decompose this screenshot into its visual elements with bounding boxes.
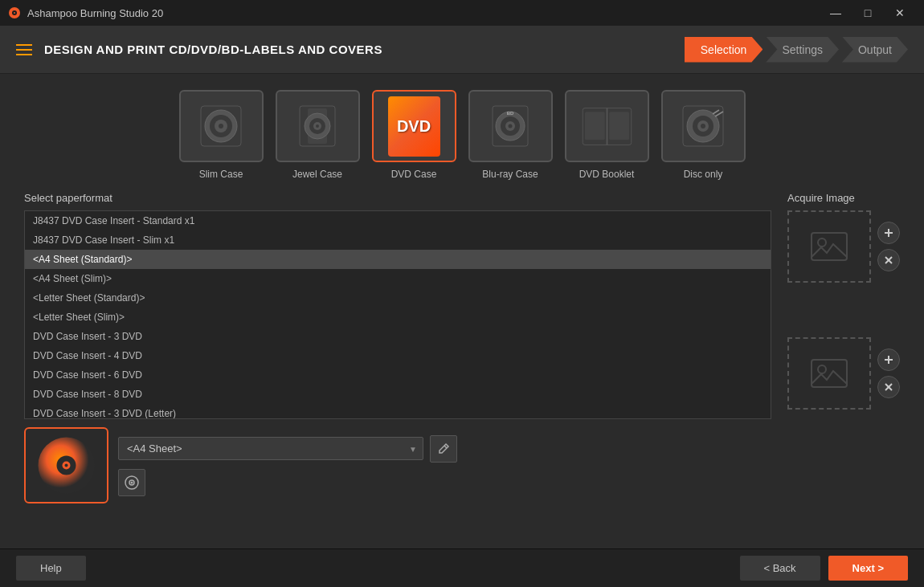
svg-point-45 bbox=[818, 365, 826, 373]
case-booklet[interactable]: DVD Booklet bbox=[565, 90, 649, 180]
slim-case-label: Slim Case bbox=[199, 169, 243, 180]
case-dvd[interactable]: DVD DVD Case bbox=[372, 90, 456, 180]
svg-rect-44 bbox=[812, 360, 847, 387]
dropdown-wrapper: <A4 Sheet><A4 Sheet (Slim)><Letter Sheet… bbox=[118, 437, 423, 460]
list-item[interactable]: DVD Case Insert - 4 DVD bbox=[25, 346, 771, 365]
app-title: Ashampoo Burning Studio 20 bbox=[27, 7, 163, 19]
disc-only-label: Disc only bbox=[684, 169, 723, 180]
dropdown-row: <A4 Sheet><A4 Sheet (Slim)><Letter Sheet… bbox=[118, 435, 457, 463]
svg-text:BD: BD bbox=[507, 111, 514, 116]
dvd-booklet-icon bbox=[581, 104, 633, 149]
nav-step-settings[interactable]: Settings bbox=[766, 37, 839, 63]
app-icon bbox=[8, 6, 21, 19]
header-nav: Selection Settings Output bbox=[685, 37, 908, 63]
list-item[interactable]: <Letter Sheet (Slim)> bbox=[25, 308, 771, 327]
svg-point-2 bbox=[14, 12, 15, 14]
nav-step-output[interactable]: Output bbox=[842, 37, 908, 63]
titlebar: Ashampoo Burning Studio 20 — □ ✕ bbox=[0, 0, 924, 26]
disc-preview-icon bbox=[36, 435, 96, 495]
list-item[interactable]: DVD Case Insert - 6 DVD bbox=[25, 365, 771, 385]
top-slot-buttons bbox=[877, 222, 900, 271]
svg-rect-22 bbox=[585, 112, 605, 140]
bottom-slot-buttons bbox=[877, 349, 900, 398]
disc-preview bbox=[24, 427, 108, 503]
case-disc-only[interactable]: Disc only bbox=[661, 90, 746, 180]
list-item[interactable]: DVD Case Insert - 3 DVD bbox=[25, 327, 771, 346]
pencil-icon bbox=[437, 442, 450, 455]
list-item[interactable]: J8437 DVD Case Insert - Standard x1 bbox=[25, 211, 771, 230]
slim-case-icon bbox=[197, 102, 245, 150]
paperformat-label: Select paperformat bbox=[24, 192, 771, 204]
image-slot-top bbox=[787, 210, 900, 283]
acquire-label: Acquire Image bbox=[787, 192, 900, 204]
list-item[interactable]: J8437 DVD Case Insert - Slim x1 bbox=[25, 230, 771, 250]
top-image-slot bbox=[787, 210, 871, 283]
dvd-booklet-icon-box bbox=[565, 90, 649, 162]
jewel-case-label: Jewel Case bbox=[292, 169, 342, 180]
next-button[interactable]: Next > bbox=[828, 556, 908, 581]
paper-dropdown[interactable]: <A4 Sheet><A4 Sheet (Slim)><Letter Sheet… bbox=[118, 437, 423, 460]
svg-point-34 bbox=[65, 464, 68, 467]
list-item-selected[interactable]: <A4 Sheet (Standard)> bbox=[25, 250, 771, 269]
svg-point-28 bbox=[701, 124, 705, 128]
disc-only-icon-box bbox=[661, 90, 746, 162]
slim-case-icon-box bbox=[179, 90, 264, 162]
remove-bottom-image-button[interactable] bbox=[877, 376, 900, 398]
list-item[interactable]: DVD Case Insert - 8 DVD bbox=[25, 385, 771, 404]
case-jewel[interactable]: Jewel Case bbox=[276, 90, 360, 180]
case-slim[interactable]: Slim Case bbox=[179, 90, 264, 180]
close-icon bbox=[883, 381, 894, 393]
hamburger-menu[interactable] bbox=[16, 44, 32, 55]
footer: Help < Back Next > bbox=[0, 548, 924, 587]
svg-point-13 bbox=[316, 124, 319, 128]
dvd-case-icon-box: DVD bbox=[372, 90, 456, 162]
image-placeholder-top bbox=[809, 226, 849, 267]
svg-point-37 bbox=[131, 481, 133, 483]
plus-icon bbox=[883, 354, 894, 365]
bottom-image-slot bbox=[787, 337, 871, 410]
dvd-case-label: DVD Case bbox=[391, 169, 437, 180]
list-item[interactable]: <Letter Sheet (Standard)> bbox=[25, 288, 771, 308]
main-content: Slim Case Jewel Case DVD bbox=[0, 74, 924, 548]
list-item[interactable]: <A4 Sheet (Slim)> bbox=[25, 269, 771, 288]
close-icon bbox=[883, 255, 894, 266]
disc-only-icon bbox=[679, 102, 727, 150]
footer-right: < Back Next > bbox=[740, 556, 909, 581]
jewel-case-icon bbox=[293, 102, 341, 150]
nav-step-selection[interactable]: Selection bbox=[685, 37, 763, 63]
add-top-image-button[interactable] bbox=[877, 222, 900, 244]
svg-rect-23 bbox=[609, 112, 629, 140]
titlebar-left: Ashampoo Burning Studio 20 bbox=[8, 6, 163, 19]
list-item[interactable]: DVD Case Insert - 3 DVD (Letter) bbox=[25, 404, 771, 419]
svg-point-7 bbox=[219, 124, 223, 128]
right-panel: Acquire Image bbox=[787, 192, 900, 410]
minimize-button[interactable]: — bbox=[820, 0, 852, 26]
plus-icon bbox=[883, 227, 894, 238]
edit-button[interactable] bbox=[430, 435, 457, 463]
page-title: DESIGN AND PRINT CD/DVD/BD-LABELS AND CO… bbox=[44, 43, 382, 56]
case-type-selector: Slim Case Jewel Case DVD bbox=[24, 90, 900, 180]
jewel-case-icon-box bbox=[276, 90, 360, 162]
image-slot-bottom bbox=[787, 337, 900, 410]
svg-point-39 bbox=[818, 238, 826, 247]
disc-small-icon bbox=[125, 475, 139, 490]
svg-rect-38 bbox=[812, 233, 847, 260]
maximize-button[interactable]: □ bbox=[852, 0, 884, 26]
bluray-case-icon-box: BD bbox=[468, 90, 553, 162]
close-button[interactable]: ✕ bbox=[884, 0, 916, 26]
svg-point-18 bbox=[509, 124, 513, 128]
remove-top-image-button[interactable] bbox=[877, 249, 900, 271]
add-bottom-image-button[interactable] bbox=[877, 349, 900, 371]
dvd-booklet-label: DVD Booklet bbox=[579, 169, 635, 180]
back-button[interactable]: < Back bbox=[740, 556, 820, 581]
header: DESIGN AND PRINT CD/DVD/BD-LABELS AND CO… bbox=[0, 26, 924, 74]
dvd-case-icon: DVD bbox=[388, 96, 440, 157]
help-button[interactable]: Help bbox=[16, 556, 86, 581]
bluray-case-label: Blu-ray Case bbox=[482, 169, 538, 180]
titlebar-controls: — □ ✕ bbox=[820, 0, 916, 26]
header-left: DESIGN AND PRINT CD/DVD/BD-LABELS AND CO… bbox=[16, 43, 382, 56]
disc-icon-button[interactable] bbox=[118, 469, 145, 496]
paper-list[interactable]: J8437 DVD Case Insert - Standard x1 J843… bbox=[24, 210, 771, 419]
bluray-case-icon: BD bbox=[486, 102, 534, 150]
case-bluray[interactable]: BD Blu-ray Case bbox=[468, 90, 553, 180]
